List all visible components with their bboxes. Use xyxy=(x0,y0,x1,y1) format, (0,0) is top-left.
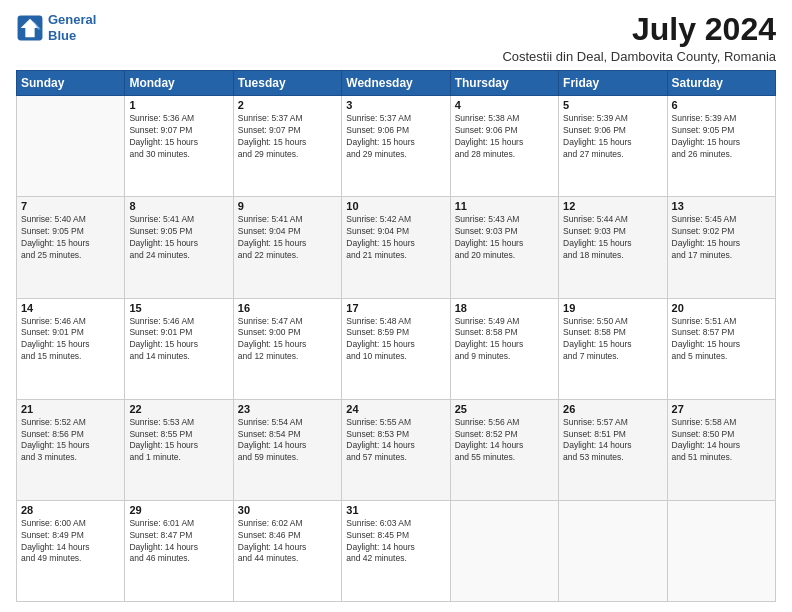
day-info: Sunrise: 5:54 AMSunset: 8:54 PMDaylight:… xyxy=(238,417,337,465)
calendar-cell: 28Sunrise: 6:00 AMSunset: 8:49 PMDayligh… xyxy=(17,500,125,601)
day-number: 18 xyxy=(455,302,554,314)
day-info: Sunrise: 5:58 AMSunset: 8:50 PMDaylight:… xyxy=(672,417,771,465)
calendar-cell xyxy=(17,96,125,197)
day-number: 2 xyxy=(238,99,337,111)
day-header-monday: Monday xyxy=(125,71,233,96)
day-info: Sunrise: 5:39 AMSunset: 9:05 PMDaylight:… xyxy=(672,113,771,161)
day-info: Sunrise: 5:47 AMSunset: 9:00 PMDaylight:… xyxy=(238,316,337,364)
calendar-cell: 21Sunrise: 5:52 AMSunset: 8:56 PMDayligh… xyxy=(17,399,125,500)
calendar-cell: 27Sunrise: 5:58 AMSunset: 8:50 PMDayligh… xyxy=(667,399,775,500)
day-number: 27 xyxy=(672,403,771,415)
day-number: 1 xyxy=(129,99,228,111)
calendar-cell: 2Sunrise: 5:37 AMSunset: 9:07 PMDaylight… xyxy=(233,96,341,197)
calendar-cell: 25Sunrise: 5:56 AMSunset: 8:52 PMDayligh… xyxy=(450,399,558,500)
day-info: Sunrise: 5:41 AMSunset: 9:04 PMDaylight:… xyxy=(238,214,337,262)
calendar-cell: 29Sunrise: 6:01 AMSunset: 8:47 PMDayligh… xyxy=(125,500,233,601)
calendar-cell xyxy=(559,500,667,601)
calendar-cell: 23Sunrise: 5:54 AMSunset: 8:54 PMDayligh… xyxy=(233,399,341,500)
day-info: Sunrise: 5:53 AMSunset: 8:55 PMDaylight:… xyxy=(129,417,228,465)
day-number: 4 xyxy=(455,99,554,111)
day-number: 26 xyxy=(563,403,662,415)
day-info: Sunrise: 5:43 AMSunset: 9:03 PMDaylight:… xyxy=(455,214,554,262)
calendar-cell: 15Sunrise: 5:46 AMSunset: 9:01 PMDayligh… xyxy=(125,298,233,399)
day-info: Sunrise: 5:42 AMSunset: 9:04 PMDaylight:… xyxy=(346,214,445,262)
calendar-cell xyxy=(667,500,775,601)
day-header-thursday: Thursday xyxy=(450,71,558,96)
page: General Blue July 2024 Costestii din Dea… xyxy=(0,0,792,612)
day-number: 16 xyxy=(238,302,337,314)
day-number: 12 xyxy=(563,200,662,212)
day-info: Sunrise: 5:45 AMSunset: 9:02 PMDaylight:… xyxy=(672,214,771,262)
calendar-cell: 11Sunrise: 5:43 AMSunset: 9:03 PMDayligh… xyxy=(450,197,558,298)
day-info: Sunrise: 6:03 AMSunset: 8:45 PMDaylight:… xyxy=(346,518,445,566)
day-number: 23 xyxy=(238,403,337,415)
day-number: 24 xyxy=(346,403,445,415)
day-info: Sunrise: 5:57 AMSunset: 8:51 PMDaylight:… xyxy=(563,417,662,465)
calendar-cell: 19Sunrise: 5:50 AMSunset: 8:58 PMDayligh… xyxy=(559,298,667,399)
calendar-cell: 14Sunrise: 5:46 AMSunset: 9:01 PMDayligh… xyxy=(17,298,125,399)
calendar-cell: 8Sunrise: 5:41 AMSunset: 9:05 PMDaylight… xyxy=(125,197,233,298)
day-number: 21 xyxy=(21,403,120,415)
month-year: July 2024 xyxy=(502,12,776,47)
calendar-cell: 20Sunrise: 5:51 AMSunset: 8:57 PMDayligh… xyxy=(667,298,775,399)
day-number: 11 xyxy=(455,200,554,212)
calendar-cell: 9Sunrise: 5:41 AMSunset: 9:04 PMDaylight… xyxy=(233,197,341,298)
day-number: 28 xyxy=(21,504,120,516)
day-number: 5 xyxy=(563,99,662,111)
day-number: 13 xyxy=(672,200,771,212)
day-info: Sunrise: 5:44 AMSunset: 9:03 PMDaylight:… xyxy=(563,214,662,262)
day-info: Sunrise: 5:55 AMSunset: 8:53 PMDaylight:… xyxy=(346,417,445,465)
calendar-cell: 30Sunrise: 6:02 AMSunset: 8:46 PMDayligh… xyxy=(233,500,341,601)
day-number: 17 xyxy=(346,302,445,314)
calendar-cell: 5Sunrise: 5:39 AMSunset: 9:06 PMDaylight… xyxy=(559,96,667,197)
day-info: Sunrise: 5:56 AMSunset: 8:52 PMDaylight:… xyxy=(455,417,554,465)
calendar-week-row: 1Sunrise: 5:36 AMSunset: 9:07 PMDaylight… xyxy=(17,96,776,197)
day-number: 8 xyxy=(129,200,228,212)
calendar-table: SundayMondayTuesdayWednesdayThursdayFrid… xyxy=(16,70,776,602)
logo-icon xyxy=(16,14,44,42)
location: Costestii din Deal, Dambovita County, Ro… xyxy=(502,49,776,64)
logo-text: General Blue xyxy=(48,12,96,43)
day-number: 3 xyxy=(346,99,445,111)
calendar-cell: 26Sunrise: 5:57 AMSunset: 8:51 PMDayligh… xyxy=(559,399,667,500)
calendar-cell: 22Sunrise: 5:53 AMSunset: 8:55 PMDayligh… xyxy=(125,399,233,500)
calendar-cell: 16Sunrise: 5:47 AMSunset: 9:00 PMDayligh… xyxy=(233,298,341,399)
day-info: Sunrise: 5:48 AMSunset: 8:59 PMDaylight:… xyxy=(346,316,445,364)
day-number: 30 xyxy=(238,504,337,516)
day-number: 31 xyxy=(346,504,445,516)
day-header-sunday: Sunday xyxy=(17,71,125,96)
calendar-week-row: 21Sunrise: 5:52 AMSunset: 8:56 PMDayligh… xyxy=(17,399,776,500)
day-info: Sunrise: 5:50 AMSunset: 8:58 PMDaylight:… xyxy=(563,316,662,364)
day-info: Sunrise: 6:01 AMSunset: 8:47 PMDaylight:… xyxy=(129,518,228,566)
day-info: Sunrise: 5:40 AMSunset: 9:05 PMDaylight:… xyxy=(21,214,120,262)
calendar-cell: 13Sunrise: 5:45 AMSunset: 9:02 PMDayligh… xyxy=(667,197,775,298)
day-header-wednesday: Wednesday xyxy=(342,71,450,96)
day-number: 20 xyxy=(672,302,771,314)
day-info: Sunrise: 5:52 AMSunset: 8:56 PMDaylight:… xyxy=(21,417,120,465)
calendar-cell xyxy=(450,500,558,601)
calendar-cell: 17Sunrise: 5:48 AMSunset: 8:59 PMDayligh… xyxy=(342,298,450,399)
day-number: 29 xyxy=(129,504,228,516)
day-number: 7 xyxy=(21,200,120,212)
day-info: Sunrise: 5:41 AMSunset: 9:05 PMDaylight:… xyxy=(129,214,228,262)
day-header-saturday: Saturday xyxy=(667,71,775,96)
day-number: 6 xyxy=(672,99,771,111)
day-number: 25 xyxy=(455,403,554,415)
calendar-cell: 3Sunrise: 5:37 AMSunset: 9:06 PMDaylight… xyxy=(342,96,450,197)
day-info: Sunrise: 5:39 AMSunset: 9:06 PMDaylight:… xyxy=(563,113,662,161)
calendar-cell: 12Sunrise: 5:44 AMSunset: 9:03 PMDayligh… xyxy=(559,197,667,298)
calendar-cell: 4Sunrise: 5:38 AMSunset: 9:06 PMDaylight… xyxy=(450,96,558,197)
day-info: Sunrise: 6:02 AMSunset: 8:46 PMDaylight:… xyxy=(238,518,337,566)
day-number: 15 xyxy=(129,302,228,314)
calendar-header-row: SundayMondayTuesdayWednesdayThursdayFrid… xyxy=(17,71,776,96)
calendar-cell: 10Sunrise: 5:42 AMSunset: 9:04 PMDayligh… xyxy=(342,197,450,298)
calendar-cell: 6Sunrise: 5:39 AMSunset: 9:05 PMDaylight… xyxy=(667,96,775,197)
day-number: 22 xyxy=(129,403,228,415)
title-block: July 2024 Costestii din Deal, Dambovita … xyxy=(502,12,776,64)
day-number: 19 xyxy=(563,302,662,314)
day-info: Sunrise: 6:00 AMSunset: 8:49 PMDaylight:… xyxy=(21,518,120,566)
day-number: 14 xyxy=(21,302,120,314)
day-info: Sunrise: 5:49 AMSunset: 8:58 PMDaylight:… xyxy=(455,316,554,364)
day-info: Sunrise: 5:36 AMSunset: 9:07 PMDaylight:… xyxy=(129,113,228,161)
day-number: 9 xyxy=(238,200,337,212)
